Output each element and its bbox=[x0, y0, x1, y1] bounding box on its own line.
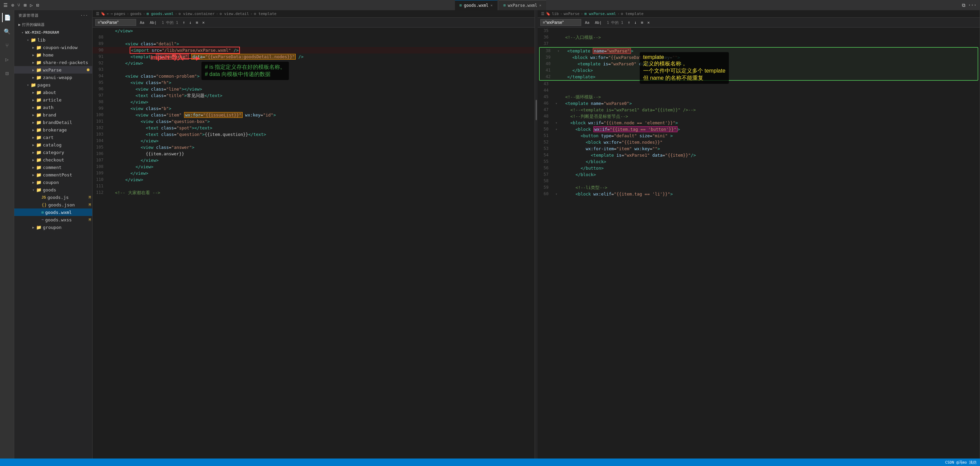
sidebar-item-home[interactable]: ▶ 📁 home bbox=[14, 51, 92, 59]
json-icon: {} bbox=[41, 202, 47, 207]
find-prev-btn[interactable]: ↑ bbox=[182, 20, 186, 25]
sidebar-item-coupon[interactable]: ▶ 📁 coupon bbox=[14, 179, 92, 186]
sidebar-item-brand[interactable]: ▶ 📁 brand bbox=[14, 111, 92, 118]
find-aa-btn[interactable]: Aa bbox=[138, 20, 146, 26]
find-next-btn2[interactable]: ↓ bbox=[633, 20, 638, 25]
open-editors-section[interactable]: ▶ 打开的编辑器 bbox=[14, 21, 92, 29]
folder-icon: 📁 bbox=[36, 53, 41, 57]
menu-icon[interactable]: ☰ bbox=[3, 2, 8, 8]
sidebar-item-catalog[interactable]: ▶ 📁 catalog bbox=[14, 141, 92, 148]
find-next-btn[interactable]: ↓ bbox=[188, 20, 192, 25]
source-control-icon[interactable]: ⑂ bbox=[18, 2, 20, 8]
debug-icon2[interactable]: ▷ bbox=[4, 55, 10, 64]
groupon-label: groupon bbox=[43, 225, 62, 230]
lib-label: lib bbox=[37, 37, 45, 43]
chevron-right-icon: ▶ bbox=[30, 105, 36, 109]
breadcrumb-forward[interactable]: → bbox=[111, 11, 113, 16]
article-label: article bbox=[43, 97, 62, 102]
tab-goods-wxml[interactable]: ⊞ goods.wxml ✕ bbox=[455, 0, 498, 10]
sidebar-item-branddetail[interactable]: ▶ 📁 brandDetail bbox=[14, 118, 92, 126]
search-icon[interactable]: ⊙ bbox=[11, 2, 14, 8]
sidebar-item-zanui-weapp[interactable]: ▶ 📁 zanui-weapp bbox=[14, 73, 92, 81]
split-editor-icon[interactable]: ⧉ bbox=[962, 2, 966, 8]
sidebar-item-goods-js[interactable]: JS goods.js M bbox=[14, 193, 92, 201]
breadcrumb-template: ⊙ template bbox=[254, 11, 276, 16]
code-line-58: 58 bbox=[538, 178, 980, 184]
breadcrumb-goods-wxml: ⊞ goods.wxml bbox=[147, 11, 173, 16]
sidebar-item-groupon[interactable]: ▶ 📁 groupon bbox=[14, 223, 92, 231]
checkout-label: checkout bbox=[43, 157, 64, 163]
sidebar-more-btn[interactable]: ··· bbox=[80, 13, 88, 18]
goods-js-badge: M bbox=[89, 196, 91, 199]
sidebar-item-wxparse[interactable]: ▶ 📁 wxParse bbox=[14, 66, 92, 73]
find-menu-btn[interactable]: ≡ bbox=[195, 20, 199, 25]
editor-content-goods[interactable]: </view> 88 89 <view class="detail"> 90 bbox=[92, 27, 535, 458]
tab-close-btn2[interactable]: ✕ bbox=[539, 3, 541, 7]
find-ab-btn[interactable]: Ab| bbox=[148, 20, 158, 26]
breadcrumb-back[interactable]: ← bbox=[107, 11, 109, 16]
goods-js-label: goods.js bbox=[47, 195, 69, 200]
title-bar: ☰ ⊙ ⑂ ⊞ ▷ ⊡ ⊞ goods.wxml ✕ ⊞ wxParse.wxm… bbox=[0, 0, 980, 10]
sidebar-item-cart[interactable]: ▶ 📁 cart bbox=[14, 134, 92, 141]
find-menu-btn2[interactable]: ≡ bbox=[640, 20, 644, 25]
chevron-right-icon: ▶ bbox=[30, 113, 36, 117]
git-icon[interactable]: ⑂ bbox=[4, 41, 10, 50]
wxparse-label: wxParse bbox=[43, 67, 62, 73]
code-line-55: 55 </block> bbox=[538, 158, 980, 165]
breadcrumb-icon2: ☰ bbox=[541, 11, 544, 16]
extensions-icon2[interactable]: ⊡ bbox=[4, 69, 10, 78]
find-input-goods[interactable] bbox=[95, 19, 136, 26]
project-root-item[interactable]: ▾ WX-MINI-PROGRAM bbox=[14, 29, 92, 36]
code-line-36: 36 <!--入口模版--> bbox=[538, 34, 980, 40]
code-line-45: 45 <!--循环模版--> bbox=[538, 94, 980, 100]
find-aa-btn2[interactable]: Aa bbox=[583, 20, 591, 26]
sidebar-item-article[interactable]: ▶ 📁 article bbox=[14, 96, 92, 104]
folder-icon-lib: 📁 bbox=[30, 37, 36, 43]
editor-content-wxparse[interactable]: 35 36 <!--入口模版--> 37 38 bbox=[538, 27, 980, 458]
find-input-wxparse[interactable] bbox=[540, 19, 581, 26]
layout-icon[interactable]: ⊞ bbox=[24, 2, 26, 8]
sidebar-item-goods[interactable]: ▾ 📁 goods bbox=[14, 186, 92, 193]
folder-icon: 📁 bbox=[36, 135, 41, 140]
sidebar-item-checkout[interactable]: ▶ 📁 checkout bbox=[14, 156, 92, 163]
sidebar-item-auth[interactable]: ▶ 📁 auth bbox=[14, 104, 92, 111]
chevron-down-icon: ▾ bbox=[25, 83, 30, 87]
sidebar-item-goods-wxss[interactable]: ~ goods.wxss M bbox=[14, 216, 92, 223]
code-line-88: 88 bbox=[92, 34, 535, 40]
scrollbar-thumb[interactable] bbox=[536, 100, 537, 120]
chevron-down-icon: ▾ bbox=[30, 188, 36, 192]
sidebar-item-comment[interactable]: ▶ 📁 comment bbox=[14, 163, 92, 171]
search-icon2[interactable]: 🔍 bbox=[2, 27, 12, 36]
code-line-53: 53 wx:for-item="item" wx:key=""> bbox=[538, 145, 980, 152]
code-line-109: 109 </view> bbox=[92, 170, 535, 176]
chevron-right-icon: ▶ bbox=[30, 68, 36, 72]
sidebar-item-lib[interactable]: ▾ 📁 lib bbox=[14, 36, 92, 44]
explorer-icon[interactable]: 📄 bbox=[2, 13, 12, 22]
code-line-99: 99 <view class="b"> bbox=[92, 105, 535, 112]
chevron-right-icon: ▶ bbox=[30, 61, 36, 64]
more-actions-icon[interactable]: ··· bbox=[968, 2, 977, 8]
find-prev-btn2[interactable]: ↑ bbox=[627, 20, 631, 25]
chevron-right-icon: ▶ bbox=[30, 53, 36, 57]
sidebar-item-category[interactable]: ▶ 📁 category bbox=[14, 148, 92, 156]
wxml-icon3: ⊞ bbox=[41, 210, 44, 215]
sidebar-item-commentpost[interactable]: ▶ 📁 commentPost bbox=[14, 171, 92, 179]
find-ab-btn2[interactable]: Ab| bbox=[593, 20, 603, 26]
sidebar-content[interactable]: ▶ 打开的编辑器 ▾ WX-MINI-PROGRAM ▾ 📁 lib ▶ 📁 c… bbox=[14, 21, 92, 458]
debug-icon[interactable]: ▷ bbox=[30, 2, 33, 8]
find-close-btn[interactable]: ✕ bbox=[201, 20, 205, 25]
tab-close-btn[interactable]: ✕ bbox=[490, 3, 492, 7]
sidebar-item-brokerage[interactable]: ▶ 📁 brokerage bbox=[14, 126, 92, 134]
tab-wxparse-wxml[interactable]: ⊞ wxParse.wxml ✕ bbox=[499, 0, 546, 10]
sidebar-item-goods-json[interactable]: {} goods.json M bbox=[14, 201, 92, 209]
sidebar-item-coupon-window[interactable]: ▶ 📁 coupon-window bbox=[14, 44, 92, 51]
sidebar-item-goods-wxml[interactable]: ⊞ goods.wxml bbox=[14, 209, 92, 216]
sidebar-item-pages[interactable]: ▾ 📁 pages bbox=[14, 81, 92, 89]
sidebar-item-about[interactable]: ▶ 📁 about bbox=[14, 89, 92, 96]
activity-bar: 📄 🔍 ⑂ ▷ ⊡ bbox=[0, 10, 14, 458]
code-line-98: 98 </view> bbox=[92, 99, 535, 105]
sidebar-item-share-red-packets[interactable]: ▶ 📁 share-red-packets bbox=[14, 59, 92, 66]
extensions-icon[interactable]: ⊡ bbox=[36, 2, 39, 8]
find-close-btn2[interactable]: ✕ bbox=[646, 20, 651, 25]
status-bar: CSDN @冯mo 浅仿 bbox=[0, 458, 980, 466]
